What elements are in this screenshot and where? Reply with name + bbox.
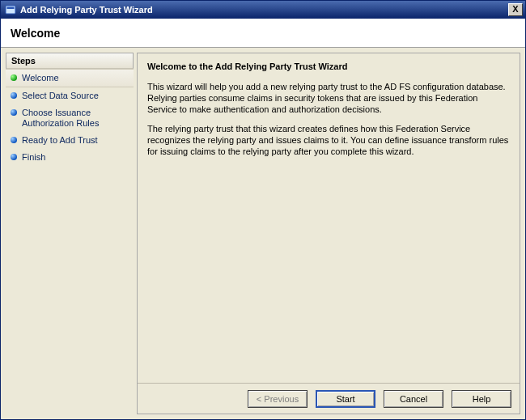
step-label: Choose Issuance Authorization Rules — [22, 108, 130, 129]
step-item-0[interactable]: Welcome — [6, 69, 134, 87]
step-bullet-icon — [11, 154, 17, 160]
steps-header: Steps — [6, 53, 134, 69]
title-text: Add Relying Party Trust Wizard — [20, 5, 508, 15]
cancel-button[interactable]: Cancel — [384, 390, 443, 408]
previous-button: < Previous — [248, 390, 308, 408]
content-heading: Welcome to the Add Relying Party Trust W… — [147, 62, 510, 71]
step-bullet-icon — [11, 109, 17, 116]
content-paragraph-1: This wizard will help you add a new rely… — [147, 81, 510, 115]
step-label: Welcome — [22, 73, 59, 83]
help-button[interactable]: Help — [452, 390, 511, 408]
steps-list: WelcomeSelect Data SourceChoose Issuance… — [6, 69, 134, 414]
step-item-3[interactable]: Ready to Add Trust — [6, 132, 134, 149]
svg-rect-1 — [7, 7, 15, 10]
step-bullet-icon — [11, 92, 17, 99]
close-icon: X — [512, 4, 518, 14]
content-inner: Welcome to the Add Relying Party Trust W… — [138, 53, 520, 383]
step-label: Ready to Add Trust — [22, 135, 98, 146]
page-banner: Welcome — [1, 19, 525, 48]
step-item-1[interactable]: Select Data Source — [6, 87, 134, 104]
button-bar: < Previous Start Cancel Help — [138, 383, 520, 414]
banner-heading: Welcome — [11, 27, 60, 40]
content-panel: Welcome to the Add Relying Party Trust W… — [137, 53, 520, 414]
content-paragraph-2: The relying party trust that this wizard… — [147, 123, 510, 157]
steps-panel: Steps WelcomeSelect Data SourceChoose Is… — [6, 53, 134, 414]
step-label: Finish — [22, 152, 45, 163]
wizard-window: Add Relying Party Trust Wizard X Welcome… — [0, 0, 526, 420]
step-bullet-icon — [11, 137, 17, 143]
start-button[interactable]: Start — [316, 390, 375, 408]
step-item-4[interactable]: Finish — [6, 149, 134, 166]
step-label: Select Data Source — [22, 91, 99, 101]
step-bullet-icon — [11, 74, 17, 81]
app-icon — [4, 3, 17, 16]
title-bar: Add Relying Party Trust Wizard X — [1, 1, 525, 19]
wizard-body: Steps WelcomeSelect Data SourceChoose Is… — [1, 48, 525, 419]
step-item-2[interactable]: Choose Issuance Authorization Rules — [6, 104, 134, 132]
close-button[interactable]: X — [508, 3, 523, 16]
